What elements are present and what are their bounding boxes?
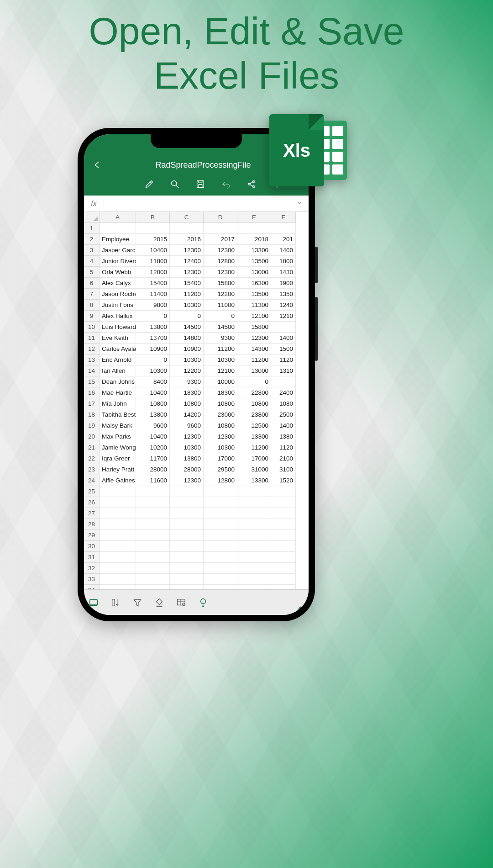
cell[interactable] <box>271 223 296 234</box>
cell[interactable]: 31000 <box>237 464 271 475</box>
row-header[interactable]: 14 <box>84 365 100 376</box>
cell[interactable]: 10300 <box>204 355 237 365</box>
cell[interactable]: 12300 <box>170 475 204 486</box>
row-header[interactable]: 3 <box>84 245 100 256</box>
cell[interactable] <box>170 563 204 574</box>
cell[interactable]: 12400 <box>170 256 204 267</box>
cell[interactable] <box>271 530 296 541</box>
cell[interactable]: 18300 <box>204 387 237 398</box>
cell[interactable]: 11600 <box>136 475 170 486</box>
cell[interactable] <box>100 563 136 574</box>
cell[interactable]: 1400 <box>271 333 296 344</box>
row-header[interactable]: 23 <box>84 464 100 475</box>
cell[interactable]: Alex Hallux <box>100 311 136 322</box>
cell[interactable]: Jasper Garcia <box>100 245 136 256</box>
cell[interactable] <box>170 552 204 563</box>
row-header[interactable]: 12 <box>84 344 100 355</box>
row-header[interactable]: 22 <box>84 453 100 464</box>
save-icon[interactable] <box>195 179 205 189</box>
row-header[interactable]: 24 <box>84 475 100 486</box>
cell[interactable] <box>136 519 170 530</box>
cell[interactable]: 12200 <box>204 289 237 300</box>
cell[interactable]: 10800 <box>204 398 237 409</box>
row-header[interactable]: 8 <box>84 300 100 311</box>
cell[interactable]: Employee <box>100 234 136 245</box>
cell[interactable]: 23800 <box>237 409 271 420</box>
sort-icon[interactable] <box>110 598 121 608</box>
cell[interactable]: Justin Fons <box>100 300 136 311</box>
cell[interactable]: 1400 <box>271 245 296 256</box>
cell[interactable]: 10400 <box>136 431 170 442</box>
cell[interactable] <box>204 552 237 563</box>
back-arrow-icon[interactable] <box>90 160 104 170</box>
row-header[interactable]: 5 <box>84 267 100 278</box>
cell[interactable]: 1310 <box>271 365 296 376</box>
cell[interactable] <box>237 508 271 519</box>
column-header[interactable]: B <box>136 212 170 223</box>
cell[interactable]: Iqra Greer <box>100 453 136 464</box>
cell[interactable] <box>136 585 170 589</box>
cell[interactable]: Junior Rivera <box>100 256 136 267</box>
row-header[interactable]: 33 <box>84 574 100 585</box>
row-header[interactable]: 31 <box>84 552 100 563</box>
cell[interactable]: 201 <box>271 234 296 245</box>
cell[interactable] <box>100 486 136 497</box>
cell[interactable] <box>271 552 296 563</box>
cell[interactable] <box>170 508 204 519</box>
cell[interactable]: 9600 <box>136 420 170 431</box>
formula-expand-icon[interactable] <box>290 200 309 208</box>
cell[interactable]: 0 <box>204 311 237 322</box>
cell[interactable] <box>237 519 271 530</box>
cell[interactable]: 14500 <box>170 322 204 333</box>
cell[interactable]: 10300 <box>204 442 237 453</box>
cell[interactable] <box>100 574 136 585</box>
cell[interactable]: Eric Arnold <box>100 355 136 365</box>
cell[interactable]: 0 <box>170 311 204 322</box>
cell[interactable] <box>237 497 271 508</box>
cell[interactable]: 10800 <box>237 398 271 409</box>
cell[interactable]: 15400 <box>170 278 204 289</box>
cell[interactable]: Luis Howard <box>100 322 136 333</box>
cell[interactable]: 17000 <box>204 453 237 464</box>
cell[interactable]: 12300 <box>204 245 237 256</box>
row-header[interactable]: 32 <box>84 563 100 574</box>
cell[interactable]: 10900 <box>170 344 204 355</box>
cell[interactable]: 8400 <box>136 376 170 387</box>
row-header[interactable]: 15 <box>84 376 100 387</box>
cell[interactable]: 23000 <box>204 409 237 420</box>
cell[interactable] <box>100 541 136 552</box>
cell[interactable] <box>136 497 170 508</box>
cell[interactable]: 11800 <box>136 256 170 267</box>
cell[interactable]: 2100 <box>271 453 296 464</box>
cell[interactable]: 15400 <box>136 278 170 289</box>
cell[interactable] <box>204 541 237 552</box>
cell[interactable]: 1500 <box>271 344 296 355</box>
cell[interactable]: Ian Allen <box>100 365 136 376</box>
row-header[interactable]: 10 <box>84 322 100 333</box>
cell[interactable]: 9600 <box>170 420 204 431</box>
cell[interactable]: 1210 <box>271 311 296 322</box>
cell[interactable] <box>170 519 204 530</box>
cell[interactable]: Maisy Bark <box>100 420 136 431</box>
row-header[interactable]: 7 <box>84 289 100 300</box>
cell[interactable]: Harley Pratt <box>100 464 136 475</box>
row-header[interactable]: 30 <box>84 541 100 552</box>
cell[interactable] <box>237 574 271 585</box>
row-header[interactable]: 6 <box>84 278 100 289</box>
cell[interactable]: 2018 <box>237 234 271 245</box>
cell[interactable] <box>136 541 170 552</box>
cell[interactable] <box>271 585 296 589</box>
cell[interactable]: 28000 <box>170 464 204 475</box>
row-header[interactable]: 18 <box>84 409 100 420</box>
cell[interactable]: Jamie Wong <box>100 442 136 453</box>
cell[interactable] <box>100 223 136 234</box>
cell[interactable] <box>136 530 170 541</box>
cell[interactable] <box>271 563 296 574</box>
cell[interactable] <box>170 497 204 508</box>
search-icon[interactable] <box>170 179 180 189</box>
share-icon[interactable] <box>246 179 257 189</box>
cell[interactable]: 10300 <box>136 365 170 376</box>
cell[interactable]: Max Parks <box>100 431 136 442</box>
cell[interactable]: Mae Hartle <box>100 387 136 398</box>
cell[interactable]: 10300 <box>170 300 204 311</box>
